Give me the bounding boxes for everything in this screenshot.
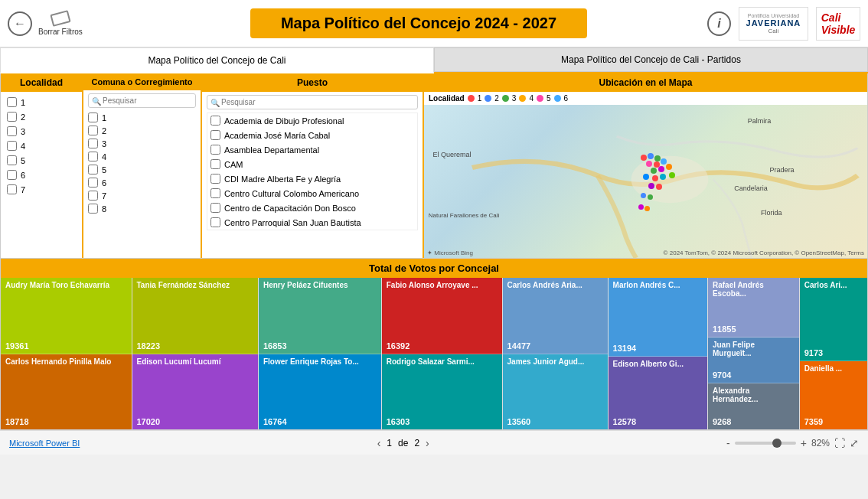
tab-concejo[interactable]: Mapa Político del Concejo de Cali <box>0 47 434 73</box>
treemap-cell[interactable]: Fabio Alonso Arroyave ... 16392 <box>382 278 502 354</box>
map-label-queremal: El Queremal <box>433 151 472 158</box>
legend-label: Localidad <box>429 94 465 103</box>
map-label-farallones: Natural Farallones de Cali <box>429 212 500 219</box>
treemap-cell[interactable]: Carlos Ari... 9173 <box>800 278 867 361</box>
treemap-cell[interactable]: Edison Lucumí Lucumí 17020 <box>132 354 258 430</box>
fit-screen-icon[interactable]: ⛶ <box>834 437 845 449</box>
legend-dot-1 <box>468 95 475 102</box>
next-page-button[interactable]: › <box>426 437 429 449</box>
fullscreen-icon[interactable]: ⤢ <box>850 437 859 449</box>
map-label-palmira: Palmira <box>748 117 772 125</box>
treemap-cell[interactable]: Audry María Toro Echavarría 19361 <box>1 278 132 354</box>
comuna-panel: Comuna o Corregimiento 🔍 1 2 3 4 5 6 7 8 <box>83 73 202 258</box>
zoom-thumb[interactable] <box>772 439 782 448</box>
puesto-item[interactable]: CAM <box>207 157 417 171</box>
treemap-cell[interactable]: Marlon Andrés C... 13194 <box>609 278 707 357</box>
page-label: de <box>398 438 408 448</box>
footer: Microsoft Power BI ‹ 1 de 2 › - + 82% ⛶ … <box>0 430 868 455</box>
treemap-cell[interactable]: Daniella ... 7359 <box>800 361 867 429</box>
puesto-item[interactable]: Asamblea Departamental <box>207 142 417 157</box>
treemap-cell[interactable]: Edison Alberto Gi... 12578 <box>609 357 707 429</box>
treemap-col-2: Henry Peláez Cifuentes 16853 Flower Enri… <box>259 278 382 429</box>
info-button[interactable]: i <box>707 11 731 36</box>
tab-partidos[interactable]: Mapa Político del Concejo de Cali - Part… <box>434 47 868 72</box>
treemap-cell[interactable]: Tania Fernández Sánchez 18223 <box>132 278 258 354</box>
back-icon: ← <box>14 17 26 31</box>
search-icon-puesto: 🔍 <box>210 98 220 106</box>
list-item[interactable]: 3 <box>88 137 196 150</box>
treemap-col-7: Carlos Ari... 9173 Daniella ... 7359 <box>800 278 867 429</box>
treemap-cell[interactable]: Carlos Hernando Pinilla Malo 18718 <box>1 354 132 430</box>
legend-dot-3 <box>502 95 509 102</box>
puesto-item[interactable]: CDI Madre Alberta Fe y Alegría <box>207 171 417 186</box>
powerbi-link[interactable]: Microsoft Power BI <box>9 439 80 448</box>
puesto-item[interactable]: Academia José María Cabal <box>207 128 417 142</box>
treemap-col-4: Carlos Andrés Aria... 14477 James Junior… <box>503 278 609 429</box>
treemap-cell[interactable]: Juan Felipe Murgueît... 9704 <box>708 338 799 384</box>
zoom-plus-button[interactable]: + <box>801 437 807 449</box>
page-total: 2 <box>414 438 419 448</box>
zoom-minus-button[interactable]: - <box>726 437 730 449</box>
localidad-item-2[interactable]: 2 <box>7 109 76 124</box>
localidad-item-7[interactable]: 7 <box>7 182 76 197</box>
legend-dot-2 <box>485 95 491 102</box>
legend-dot-5 <box>537 95 543 102</box>
map-copyright: © 2024 TomTom, © 2024 Microsoft Corporat… <box>664 250 864 256</box>
treemap-col-1: Tania Fernández Sánchez 18223 Edison Luc… <box>132 278 259 429</box>
localidad-item-4[interactable]: 4 <box>7 139 76 153</box>
puesto-panel: Puesto 🔍 Academia de Dibujo Profesional … <box>202 73 424 258</box>
puesto-header: Puesto <box>202 73 423 92</box>
treemap-cell[interactable]: Flower Enrique Rojas To... 16764 <box>259 354 381 430</box>
treemap-col-0: Audry María Toro Echavarría 19361 Carlos… <box>1 278 132 429</box>
eraser-icon <box>50 10 70 27</box>
treemap-cell[interactable]: Rodrigo Salazar Sarmi... 16303 <box>382 354 502 430</box>
treemap-col-3: Fabio Alonso Arroyave ... 16392 Rodrigo … <box>382 278 503 429</box>
puesto-item[interactable]: Academia de Dibujo Profesional <box>207 113 417 128</box>
localidad-item-6[interactable]: 6 <box>7 168 76 182</box>
treemap-col-6: Rafael Andrés Escoba... 11855 Juan Felip… <box>708 278 800 429</box>
localidad-item-5[interactable]: 5 <box>7 153 76 168</box>
puesto-search-input[interactable] <box>207 95 418 109</box>
map-panel: Ubicación en el Mapa Localidad 1 2 3 4 5… <box>424 73 867 258</box>
list-item[interactable]: 7 <box>88 189 196 202</box>
localidad-item-3[interactable]: 3 <box>7 124 76 139</box>
treemap-cell[interactable]: James Junior Agud... 13560 <box>503 354 608 430</box>
page-title: Mapa Político del Concejo 2024 - 2027 <box>250 8 587 38</box>
localidad-header: Localidad <box>1 73 82 92</box>
back-button[interactable]: ← <box>8 11 32 36</box>
comuna-header: Comuna o Corregimiento <box>83 73 201 90</box>
prev-page-button[interactable]: ‹ <box>377 437 381 449</box>
map-header: Ubicación en el Mapa <box>424 73 867 92</box>
map-label-candelaria: Candelaria <box>734 184 768 192</box>
treemap-cell[interactable]: Henry Peláez Cifuentes 16853 <box>259 278 381 354</box>
zoom-slider[interactable] <box>735 442 796 445</box>
treemap-cell[interactable]: Alexandra Hernández... 9268 <box>708 383 799 429</box>
zoom-percent: 82% <box>811 438 830 448</box>
legend-dot-4 <box>519 95 526 102</box>
treemap-section: Total de Votos por Concejal Audry María … <box>0 259 868 430</box>
list-item[interactable]: 6 <box>88 176 196 189</box>
treemap-cell[interactable]: Rafael Andrés Escoba... 11855 <box>708 278 799 338</box>
puesto-item[interactable]: Centro Parroquial San Juan Bautista <box>207 215 417 230</box>
list-item[interactable]: 4 <box>88 150 196 163</box>
logo-cali-visible: CaliVisible <box>816 7 860 41</box>
zoom-controls: - + 82% ⛶ ⤢ <box>726 437 859 449</box>
localidad-panel: Localidad 1 2 3 4 5 6 7 <box>1 73 83 258</box>
pagination: ‹ 1 de 2 › <box>377 437 429 449</box>
treemap-cell[interactable]: Carlos Andrés Aria... 14477 <box>503 278 608 354</box>
puesto-item[interactable]: Centro de Capacitación Don Bosco <box>207 201 417 215</box>
treemap-header: Total de Votos por Concejal <box>1 259 867 278</box>
list-item[interactable]: 8 <box>88 202 196 215</box>
localidad-item-1[interactable]: 1 <box>7 95 76 109</box>
search-icon-comuna: 🔍 <box>92 96 101 105</box>
list-item[interactable]: 5 <box>88 163 196 176</box>
list-item[interactable]: 1 <box>88 111 196 124</box>
legend-dot-6 <box>554 95 561 102</box>
erase-label: Borrar Filtros <box>38 28 83 36</box>
comuna-search-input[interactable] <box>88 93 196 108</box>
page-current: 1 <box>387 438 392 448</box>
map-label-florida: Florida <box>761 209 782 217</box>
erase-button[interactable]: Borrar Filtros <box>38 11 83 36</box>
puesto-item[interactable]: Centro Cultural Colombo Americano <box>207 186 417 201</box>
list-item[interactable]: 2 <box>88 124 196 137</box>
